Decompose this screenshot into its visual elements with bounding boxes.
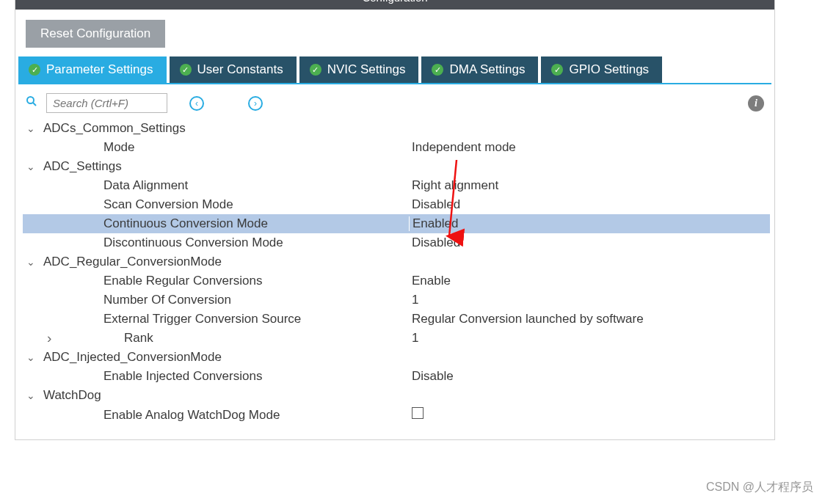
param-data-alignment[interactable]: Data Alignment Right alignment [23, 176, 770, 195]
param-value: Disabled [396, 235, 770, 250]
param-discontinuous-conversion[interactable]: Discontinuous Conversion Mode Disabled [23, 233, 770, 252]
chevron-down-icon: ⌄ [23, 161, 39, 172]
tab-bar: ✓ Parameter Settings ✓ User Constants ✓ … [18, 56, 771, 84]
param-label: Continuous Conversion Mode [23, 216, 396, 231]
tab-user-constants[interactable]: ✓ User Constants [170, 56, 297, 83]
group-adc-injected[interactable]: ⌄ ADC_Injected_ConversionMode [23, 348, 770, 367]
check-icon: ✓ [29, 64, 40, 76]
param-label: Enable Injected Conversions [23, 369, 396, 384]
param-label: Number Of Conversion [23, 293, 396, 307]
svg-line-1 [33, 103, 36, 106]
param-value: Independent mode [396, 140, 770, 155]
group-adc-regular[interactable]: ⌄ ADC_Regular_ConversionMode [23, 252, 770, 271]
info-icon[interactable]: i [748, 95, 764, 112]
panel-titlebar: Configuration [15, 0, 774, 10]
param-label: Data Alignment [23, 178, 396, 193]
svg-point-0 [27, 97, 34, 103]
param-label: Mode [23, 140, 396, 155]
param-enable-injected[interactable]: Enable Injected Conversions Disable [23, 367, 770, 386]
reset-configuration-button[interactable]: Reset Configuration [26, 20, 165, 48]
param-label: Enable Regular Conversions [23, 274, 396, 288]
parameter-tree: ⌄ ADCs_Common_Settings Mode Independent … [15, 117, 774, 439]
param-value: 1 [396, 293, 770, 307]
check-icon: ✓ [432, 64, 443, 76]
tab-dma-settings[interactable]: ✓ DMA Settings [421, 56, 538, 83]
param-mode[interactable]: Mode Independent mode [23, 138, 770, 157]
tab-nvic-settings[interactable]: ✓ NVIC Settings [299, 56, 419, 83]
search-row: ‹ › i [15, 84, 774, 117]
chevron-down-icon: ⌄ [23, 123, 39, 134]
tab-label: Parameter Settings [46, 62, 153, 77]
chevron-down-icon: ⌄ [23, 351, 39, 363]
prev-result-button[interactable]: ‹ [189, 96, 204, 111]
param-scan-conversion[interactable]: Scan Conversion Mode Disabled [23, 195, 770, 214]
group-label: ADC_Regular_ConversionMode [43, 255, 222, 269]
group-adcs-common[interactable]: ⌄ ADCs_Common_Settings [23, 119, 770, 138]
search-icon[interactable] [26, 95, 39, 111]
next-result-button[interactable]: › [248, 96, 263, 111]
watchdog-checkbox[interactable] [412, 407, 424, 419]
watermark: CSDN @人才程序员 [706, 480, 813, 495]
param-value [396, 407, 770, 423]
param-value: Enable [396, 274, 770, 288]
tab-label: GPIO Settings [569, 62, 649, 77]
group-label: WatchDog [43, 388, 101, 403]
param-label: Enable Analog WatchDog Mode [23, 408, 396, 423]
param-value: Enabled [409, 216, 770, 231]
group-label: ADC_Settings [43, 159, 122, 174]
param-label: Rank [23, 331, 396, 346]
param-value: Right alignment [396, 178, 770, 193]
param-label: External Trigger Conversion Source [23, 312, 396, 326]
tab-gpio-settings[interactable]: ✓ GPIO Settings [541, 56, 662, 83]
param-label: Scan Conversion Mode [23, 197, 396, 212]
group-label: ADC_Injected_ConversionMode [43, 350, 222, 365]
tab-label: User Constants [197, 62, 283, 77]
check-icon: ✓ [551, 64, 563, 76]
param-label: Discontinuous Conversion Mode [23, 235, 396, 250]
tab-label: NVIC Settings [327, 62, 406, 77]
param-value: Regular Conversion launched by software [396, 312, 770, 326]
chevron-down-icon: ⌄ [23, 390, 39, 401]
config-panel: Configuration Reset Configuration ✓ Para… [15, 0, 775, 440]
param-value: Disabled [396, 197, 770, 212]
check-icon: ✓ [180, 64, 192, 76]
param-enable-regular[interactable]: Enable Regular Conversions Enable [23, 271, 770, 291]
param-num-conversion[interactable]: Number Of Conversion 1 [23, 291, 770, 310]
search-input[interactable] [46, 93, 167, 113]
reset-wrap: Reset Configuration [15, 10, 774, 56]
param-continuous-conversion[interactable]: Continuous Conversion Mode Enabled [23, 214, 770, 233]
check-icon: ✓ [310, 64, 321, 76]
param-value: Disable [396, 369, 770, 384]
group-label: ADCs_Common_Settings [43, 121, 186, 136]
tab-parameter-settings[interactable]: ✓ Parameter Settings [18, 56, 167, 83]
param-external-trigger[interactable]: External Trigger Conversion Source Regul… [23, 310, 770, 329]
tab-label: DMA Settings [449, 62, 525, 77]
chevron-down-icon: ⌄ [23, 256, 39, 268]
group-watchdog[interactable]: ⌄ WatchDog [23, 386, 770, 405]
param-value: 1 [396, 331, 770, 346]
param-enable-analog-watchdog[interactable]: Enable Analog WatchDog Mode [23, 405, 770, 425]
group-adc-settings[interactable]: ⌄ ADC_Settings [23, 157, 770, 176]
param-rank[interactable]: Rank 1 [23, 329, 770, 348]
